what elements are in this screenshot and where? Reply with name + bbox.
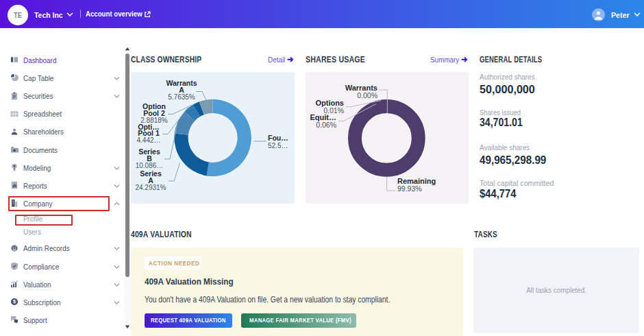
svg-text:$: $ [13, 299, 16, 305]
